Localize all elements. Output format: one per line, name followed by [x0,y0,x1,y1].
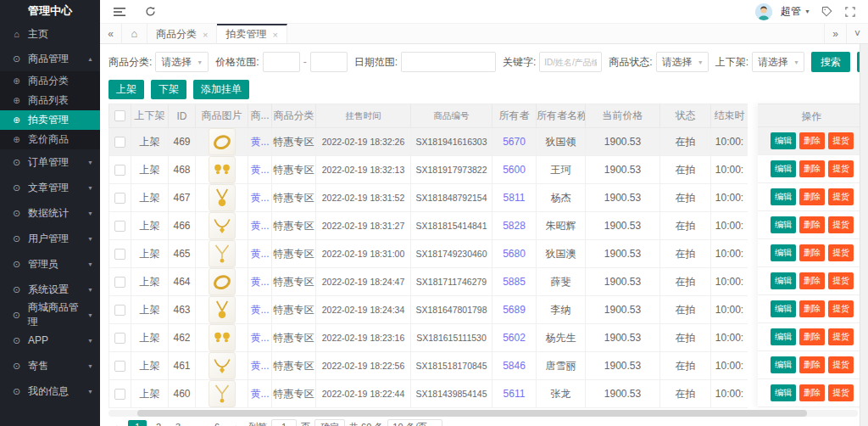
user-menu[interactable]: 超管 ▼ [781,4,810,19]
sidebar-item-app[interactable]: ⊙APP▼ [0,328,100,353]
row-checkbox[interactable] [114,333,125,344]
row-checkbox[interactable] [114,249,125,260]
product-name-link[interactable]: 黄... [250,164,269,176]
add-listing-button[interactable]: 添加挂单 [193,80,249,99]
tabs-scroll-left-icon[interactable]: « [100,24,122,43]
pickup-button[interactable]: 提货 [828,272,854,289]
owner-id-link[interactable]: 5611 [504,388,526,400]
product-name-link[interactable]: 黄... [250,248,269,260]
row-checkbox[interactable] [114,193,125,204]
sidebar-item-articles[interactable]: ⊙文章管理▼ [0,175,100,200]
next-page-icon[interactable]: › [229,420,244,426]
product-name-link[interactable]: 黄... [250,220,269,232]
pickup-button[interactable]: 提货 [828,188,854,205]
page-1[interactable]: 1 [128,420,147,426]
row-checkbox[interactable] [114,277,125,288]
sidebar-item-orders[interactable]: ⊙订单管理▼ [0,149,100,175]
owner-id-link[interactable]: 5670 [503,136,526,148]
sidebar-item-consign[interactable]: ⊙寄售▼ [0,353,100,378]
product-name-link[interactable]: 黄... [250,192,269,204]
pickup-button[interactable]: 提货 [828,216,854,233]
sidebar-item-home[interactable]: ⌂主页 [0,22,100,46]
fullscreen-icon[interactable] [843,4,858,20]
row-checkbox[interactable] [114,361,125,372]
pickup-button[interactable]: 提货 [828,356,854,373]
theme-tag-icon[interactable] [819,4,834,20]
owner-id-link[interactable]: 5602 [503,332,526,344]
delete-button[interactable]: 删除 [799,244,825,261]
close-icon[interactable]: × [272,30,277,40]
close-icon[interactable]: × [203,30,208,40]
menu-toggle-icon[interactable] [112,4,127,20]
product-name-link[interactable]: 黄... [250,360,269,372]
owner-id-link[interactable]: 5885 [503,276,526,288]
vertical-scrollbar-gutter[interactable] [860,44,868,426]
shelf-select[interactable]: 请选择 ▼ [752,52,804,72]
row-checkbox[interactable] [114,165,125,176]
tabs-scroll-right-icon[interactable]: » [824,24,846,43]
prev-page-icon[interactable]: ‹ [108,420,124,426]
pickup-button[interactable]: 提货 [828,328,854,345]
row-checkbox[interactable] [114,389,125,400]
delete-button[interactable]: 删除 [799,160,825,177]
delete-button[interactable]: 删除 [799,356,825,373]
confirm-button[interactable]: 确定 [314,419,345,426]
search-button[interactable]: 搜索 [811,52,850,72]
owner-id-link[interactable]: 5828 [503,220,526,232]
owner-id-link[interactable]: 5680 [503,248,526,260]
tab-1[interactable]: 商品分类× [147,24,217,43]
delete-button[interactable]: 删除 [799,272,825,289]
jump-page-input[interactable] [271,419,297,426]
edit-button[interactable]: 编辑 [771,356,796,373]
delete-button[interactable]: 删除 [799,216,825,233]
pickup-button[interactable]: 提货 [828,160,854,177]
status-select[interactable]: 请选择 ▼ [656,52,709,72]
product-name-link[interactable]: 黄... [250,276,269,288]
delete-button[interactable]: 删除 [799,328,825,345]
delete-button[interactable]: 删除 [799,384,825,401]
page-3[interactable]: 3 [170,420,186,426]
row-checkbox[interactable] [114,221,125,232]
edit-button[interactable]: 编辑 [771,272,796,289]
owner-id-link[interactable]: 5846 [503,360,526,372]
product-name-link[interactable]: 黄... [250,388,269,400]
edit-button[interactable]: 编辑 [771,132,796,149]
home-tab[interactable]: ⌂ [122,24,147,43]
pickup-button[interactable]: 提货 [828,132,854,149]
horizontal-scrollbar-thumb[interactable] [137,410,807,417]
sidebar-item-goods-category[interactable]: ⊕商品分类 [0,71,100,91]
tabs-menu-caret-icon[interactable]: ˅ [846,24,868,43]
pickup-button[interactable]: 提货 [828,300,854,317]
edit-button[interactable]: 编辑 [771,188,796,205]
edit-button[interactable]: 编辑 [771,244,796,261]
sidebar-item-users[interactable]: ⊙用户管理▼ [0,226,100,251]
sidebar-item-stats[interactable]: ⊙数据统计▼ [0,200,100,226]
delete-button[interactable]: 删除 [799,188,825,205]
price-min-input[interactable] [263,52,300,72]
pickup-button[interactable]: 提货 [828,384,854,401]
edit-button[interactable]: 编辑 [771,160,796,177]
shelf-on-button[interactable]: 上架 [108,80,144,99]
select-all-checkbox[interactable] [114,110,125,121]
owner-id-link[interactable]: 5600 [503,164,526,176]
sidebar-item-auction[interactable]: ⊕拍卖管理 [0,110,100,130]
sidebar-item-goods[interactable]: ⊙商品管理▲ [0,46,100,71]
edit-button[interactable]: 编辑 [771,216,796,233]
product-name-link[interactable]: 黄... [250,332,269,344]
avatar[interactable] [755,3,772,20]
product-name-link[interactable]: 黄... [250,136,269,148]
edit-button[interactable]: 编辑 [771,384,796,401]
row-checkbox[interactable] [114,305,125,316]
pickup-button[interactable]: 提货 [828,244,854,261]
sidebar-item-settings[interactable]: ⊙系统设置▼ [0,277,100,302]
delete-button[interactable]: 删除 [799,132,825,149]
page-size-select[interactable]: 10 条/页 ▼ [387,419,442,426]
owner-id-link[interactable]: 5811 [504,192,526,204]
edit-button[interactable]: 编辑 [771,300,796,317]
sidebar-item-admins[interactable]: ⊙管理员▼ [0,251,100,277]
delete-button[interactable]: 删除 [799,300,825,317]
keyword-input[interactable] [539,52,602,72]
row-checkbox[interactable] [114,137,125,148]
owner-id-link[interactable]: 5689 [503,304,526,316]
category-select[interactable]: 请选择 ▼ [155,52,209,72]
